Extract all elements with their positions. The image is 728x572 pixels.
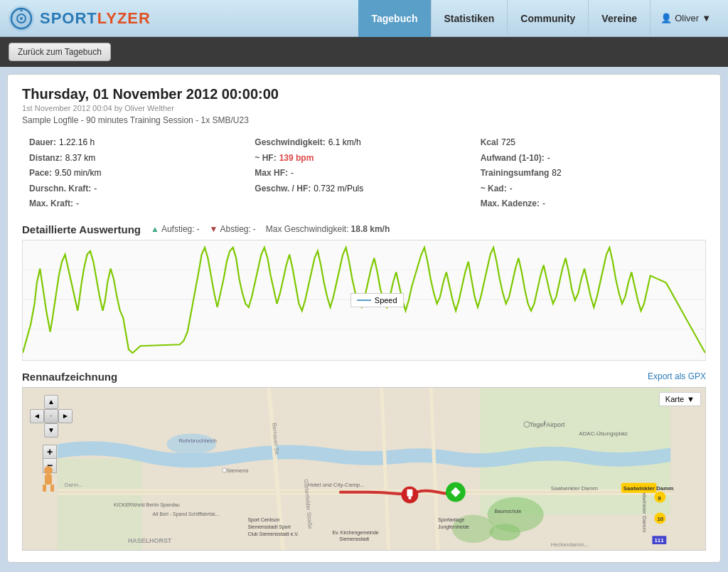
svg-text:Saatwinkler Damm: Saatwinkler Damm	[551, 485, 599, 492]
stat-pace: Pace: 9.50 min/km	[29, 166, 247, 181]
entry-title: Thursday, 01 November 2012 00:00:00	[22, 86, 706, 102]
stat-geschwindigkeit: Geschwindigkeit: 6.1 km/h	[255, 135, 473, 151]
svg-text:Rohrbruchteich: Rohrbruchteich	[178, 438, 217, 444]
svg-text:Alt Berl - Spand Schifffahrtsk: Alt Berl - Spand Schifffahrtsk...	[153, 512, 220, 517]
svg-rect-56	[407, 489, 412, 497]
stat-aufwand: Aufwand (1-10): -	[481, 151, 699, 166]
chart-header: Detaillierte Auswertung ▲ Aufstieg: - ▼ …	[22, 223, 706, 235]
user-menu[interactable]: 👤 Oliver ▼	[651, 0, 721, 37]
svg-text:9: 9	[658, 495, 661, 502]
stats-grid: Dauer: 1.22.16 h Distanz: 8.37 km Pace: …	[22, 135, 706, 212]
legend-speed-label: Speed	[375, 296, 397, 304]
svg-text:ADAC-Übungsplatz: ADAC-Übungsplatz	[579, 430, 628, 437]
stat-dauer: Dauer: 1.22.16 h	[29, 135, 247, 151]
stat-hf: ~ HF: 139 bpm	[255, 151, 473, 166]
dropdown-arrow: ▼	[702, 13, 711, 23]
entry-description: Sample Logfile - 90 minutes Training Ses…	[22, 115, 706, 125]
map-container[interactable]: Bernauer Str. Darm... Gartenfelder Straß…	[22, 387, 706, 551]
svg-text:Club Siemensstadt e.V.: Club Siemensstadt e.V.	[247, 531, 299, 536]
logo-icon	[7, 4, 36, 33]
chart-aufstieg: ▲ Aufstieg: -	[151, 224, 200, 234]
stats-col3: Kcal 725 Aufwand (1-10): - Trainingsumfa…	[481, 135, 699, 212]
main-nav: Tagebuch Statistiken Community Vereine 👤…	[358, 0, 721, 37]
stats-col1: Dauer: 1.22.16 h Distanz: 8.37 km Pace: …	[29, 135, 247, 212]
svg-text:Darm...: Darm...	[65, 482, 83, 488]
svg-text:Siemens: Siemens	[227, 467, 249, 474]
svg-rect-57	[408, 497, 411, 499]
chart-title: Detaillierte Auswertung	[22, 223, 141, 235]
svg-text:111: 111	[654, 537, 664, 544]
username: Oliver	[675, 13, 699, 23]
stat-max-hf: Max HF: -	[255, 166, 473, 181]
legend-line-icon	[357, 300, 371, 301]
street-view-pegman[interactable]	[38, 465, 58, 484]
chart-section: Detaillierte Auswertung ▲ Aufstieg: - ▼ …	[22, 223, 706, 361]
svg-text:Sport Centrum: Sport Centrum	[247, 517, 279, 523]
map-pan-up[interactable]: ▲	[44, 395, 58, 409]
map-type-button[interactable]: Karte ▼	[659, 392, 701, 406]
back-button[interactable]: Zurück zum Tagebuch	[9, 43, 111, 61]
logo-text: SPORTLYZER	[40, 9, 151, 28]
nav-vereine[interactable]: Vereine	[589, 0, 651, 37]
svg-point-26	[223, 468, 227, 472]
svg-text:Heckerdamm...: Heckerdamm...	[551, 541, 589, 548]
map-pan-down[interactable]: ▼	[44, 423, 58, 438]
svg-text:ℹ: ℹ	[544, 420, 546, 426]
map-type-arrow: ▼	[687, 395, 695, 403]
zoom-in-button[interactable]: +	[43, 445, 57, 459]
main-content: Thursday, 01 November 2012 00:00:00 1st …	[7, 74, 721, 563]
svg-rect-60	[43, 484, 46, 492]
map-background: Bernauer Str. Darm... Gartenfelder Straß…	[23, 388, 705, 550]
svg-text:KICKERWorld Berlin Spandau: KICKERWorld Berlin Spandau	[114, 502, 180, 508]
map-nav-cross: ▲ ◄ · ► ▼	[30, 395, 73, 438]
svg-rect-59	[45, 475, 52, 484]
svg-text:Siemensstadt Sport: Siemensstadt Sport	[247, 524, 290, 530]
map-header: Rennaufzeichnung Export als GPX	[22, 371, 706, 383]
map-type-label: Karte	[665, 395, 684, 403]
nav-community[interactable]: Community	[508, 0, 589, 37]
svg-text:Jungfernheide: Jungfernheide	[438, 524, 469, 530]
svg-point-41	[489, 524, 520, 541]
stat-kad: ~ Kad: -	[481, 181, 699, 197]
chart-max-speed: Max Geschwindigkeit: 18.8 km/h	[266, 224, 390, 234]
logo: SPORTLYZER	[7, 4, 151, 33]
nav-statistiken[interactable]: Statistiken	[432, 0, 508, 37]
stat-trainingsumfang: Trainingsumfang 82	[481, 166, 699, 181]
svg-point-58	[44, 466, 53, 475]
svg-text:Sportanlage: Sportanlage	[438, 517, 464, 523]
pegman-icon	[38, 465, 58, 496]
map-title: Rennaufzeichnung	[22, 371, 117, 383]
header: SPORTLYZER Tagebuch Statistiken Communit…	[0, 0, 728, 37]
stat-kcal: Kcal 725	[481, 135, 699, 151]
svg-point-3	[20, 17, 23, 20]
user-icon: 👤	[660, 13, 672, 23]
svg-rect-61	[50, 484, 54, 492]
stat-distanz: Distanz: 8.37 km	[29, 151, 247, 166]
svg-text:Siemensstadt: Siemensstadt	[339, 536, 369, 541]
map-center[interactable]: ·	[44, 409, 58, 423]
nav-tagebuch[interactable]: Tagebuch	[358, 0, 431, 37]
stat-durschn-kraft: Durschn. Kraft: -	[29, 181, 247, 197]
chart-legend: Speed	[350, 293, 404, 307]
stat-geschw-hf: Geschw. / HF: 0.732 m/Puls	[255, 181, 473, 197]
map-section: Rennaufzeichnung Export als GPX	[22, 371, 706, 551]
svg-text:Baumschule: Baumschule	[494, 509, 521, 514]
map-pan-right[interactable]: ►	[58, 409, 73, 423]
svg-text:Tegel Airport: Tegel Airport	[530, 420, 565, 428]
svg-text:HASELHORST: HASELHORST	[128, 537, 172, 544]
svg-text:Saatwinkler Damm: Saatwinkler Damm	[623, 485, 673, 492]
entry-meta: 1st November 2012 00:04 by Oliver Welthe…	[22, 104, 706, 112]
stat-max-kraft: Max. Kraft: -	[29, 196, 247, 212]
toolbar: Zurück zum Tagebuch	[0, 37, 728, 67]
map-navigation: ▲ ◄ · ► ▼	[30, 395, 73, 438]
speed-chart: Speed	[22, 240, 706, 361]
stats-col2: Geschwindigkeit: 6.1 km/h ~ HF: 139 bpm …	[255, 135, 473, 212]
export-gpx-link[interactable]: Export als GPX	[648, 371, 706, 381]
stat-max-kadenze: Max. Kadenze: -	[481, 196, 699, 212]
svg-text:Ev. Kirchengemeinde: Ev. Kirchengemeinde	[332, 530, 378, 536]
chart-abstieg: ▼ Abstieg: -	[210, 224, 256, 234]
svg-text:Hotel und City-Camp...: Hotel und City-Camp...	[308, 482, 365, 488]
svg-text:10: 10	[657, 516, 663, 522]
map-pan-left[interactable]: ◄	[30, 409, 44, 423]
